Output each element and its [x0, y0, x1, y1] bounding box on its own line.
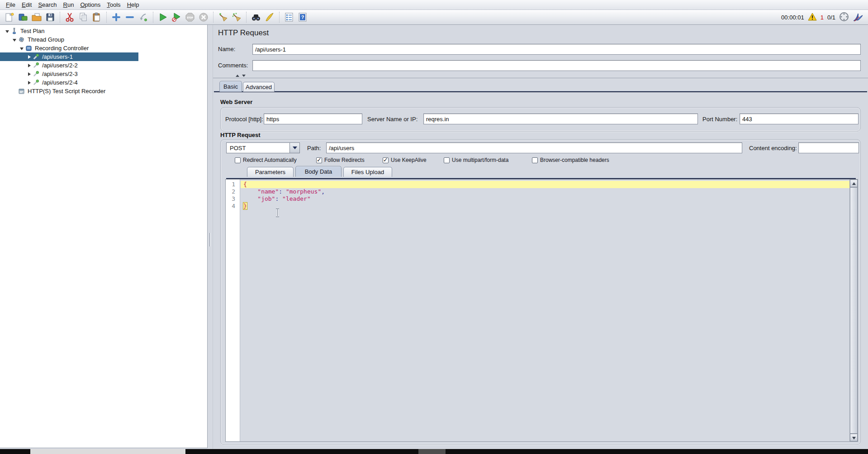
tab-parameters[interactable]: Parameters [247, 167, 294, 177]
basic-advanced-tabs: Basic Advanced [213, 81, 868, 92]
port-number-label: Port Number: [702, 116, 737, 123]
collapse-arrow-icon[interactable] [236, 75, 239, 77]
expand-toggle-icon[interactable] [26, 54, 33, 60]
checkbox-follow-redirects[interactable]: Follow Redirects [316, 157, 365, 163]
cut-icon[interactable] [63, 11, 76, 24]
tab-advanced[interactable]: Advanced [243, 82, 275, 92]
tree-item-api-users-2-2[interactable]: /api/users/2-2 [0, 61, 207, 70]
code-line: } [241, 203, 849, 210]
warning-indicator-icon[interactable] [808, 13, 817, 22]
body-data-editor[interactable]: 1 2 3 4 { "name": "morpheus", "job": "le… [225, 179, 858, 442]
tree-item-test-plan[interactable]: Test Plan [0, 27, 207, 35]
tree-item-api-users-2-4[interactable]: /api/users/2-4 [0, 78, 207, 87]
taskbar-edge [0, 449, 868, 454]
help-icon[interactable]: ? [296, 11, 309, 24]
recording-controller-icon [25, 45, 33, 52]
content-encoding-label: Content encoding: [749, 145, 797, 151]
protocol-label: Protocol [http]: [225, 116, 263, 123]
comments-input[interactable] [252, 60, 861, 71]
svg-text:STOP: STOP [187, 16, 193, 19]
tab-body-data[interactable]: Body Data [295, 166, 342, 177]
checkbox-redirect-automatically[interactable]: Redirect Automatically [235, 157, 297, 163]
tree-main-splitter[interactable] [208, 25, 213, 449]
expand-toggle-icon[interactable] [5, 28, 11, 34]
menu-file[interactable]: File [3, 0, 19, 9]
toggle-icon[interactable] [137, 11, 150, 24]
search-icon[interactable] [249, 11, 263, 24]
menu-tools[interactable]: Tools [104, 0, 123, 9]
threads-indicator-icon [839, 12, 849, 23]
mouse-ibeam-cursor [275, 208, 280, 216]
expand-toggle-icon[interactable] [12, 37, 18, 43]
stop-icon: STOP [183, 11, 197, 24]
checkbox-icon[interactable] [235, 157, 241, 163]
open-templates-icon[interactable] [16, 11, 30, 24]
splitter-grip[interactable] [209, 233, 211, 246]
protocol-input[interactable] [264, 114, 362, 124]
checkbox-browser-compatible-headers[interactable]: Browser-compatible headers [532, 157, 609, 163]
scroll-up-icon[interactable] [850, 180, 858, 187]
open-file-icon[interactable] [30, 11, 43, 24]
dropdown-arrow-icon[interactable] [289, 143, 299, 153]
tree-item-recording-controller[interactable]: Recording Controller [0, 44, 207, 52]
expand-arrow-icon[interactable] [242, 75, 246, 77]
http-sampler-icon [33, 53, 40, 61]
checkbox-multipart-form-data[interactable]: Use multipart/form-data [444, 157, 508, 163]
expand-toggle-icon[interactable] [19, 45, 25, 52]
scrollbar-thumb[interactable] [850, 187, 858, 434]
tree-item-thread-group[interactable]: Thread Group [0, 35, 207, 44]
http-sampler-icon [33, 62, 40, 69]
server-name-input[interactable] [423, 114, 698, 124]
expand-all-icon[interactable] [109, 11, 123, 24]
tab-files-upload[interactable]: Files Upload [343, 167, 392, 177]
checkbox-icon[interactable] [444, 157, 450, 163]
expand-toggle-icon[interactable] [26, 62, 33, 69]
taskbar-segment [418, 449, 446, 454]
clear-all-icon[interactable] [230, 11, 243, 24]
toolbar: STOP ? 00:00:01 1 0/1 [0, 10, 868, 25]
code-line: "name": "morpheus", [241, 188, 849, 195]
tab-border [226, 178, 856, 179]
port-number-input[interactable] [740, 114, 859, 124]
warning-count: 1 [821, 14, 824, 21]
start-no-timers-icon[interactable] [170, 11, 183, 24]
test-plan-tree: Test Plan Thread Group Recording Control… [0, 25, 208, 448]
new-file-icon[interactable] [3, 11, 16, 24]
shutdown-icon [197, 11, 210, 24]
svg-text:?: ? [301, 14, 304, 20]
clear-icon[interactable] [216, 11, 230, 24]
path-input[interactable] [326, 142, 742, 153]
expand-toggle-icon[interactable] [26, 80, 33, 86]
scroll-down-icon[interactable] [850, 434, 858, 441]
collapse-all-icon[interactable] [123, 11, 137, 24]
name-input[interactable] [252, 44, 861, 55]
active-threads-count: 0/1 [827, 14, 835, 21]
copy-icon[interactable] [76, 11, 90, 24]
editor-vertical-scrollbar[interactable] [849, 180, 858, 441]
reset-search-icon[interactable] [263, 11, 276, 24]
menu-run[interactable]: Run [60, 0, 77, 9]
content-encoding-input[interactable] [798, 142, 859, 153]
paste-icon[interactable] [90, 11, 104, 24]
tree-item-api-users-2-3[interactable]: /api/users/2-3 [0, 70, 207, 78]
menu-search[interactable]: Search [35, 0, 60, 9]
options-checkbox-row: Redirect Automatically Follow Redirects … [221, 157, 860, 164]
tab-basic[interactable]: Basic [219, 81, 242, 92]
checkbox-icon[interactable] [383, 157, 389, 163]
tree-item-http-test-script-recorder[interactable]: HTTP(S) Test Script Recorder [0, 87, 207, 95]
method-select[interactable]: POST [226, 142, 300, 153]
save-icon[interactable] [43, 11, 57, 24]
checkbox-icon[interactable] [316, 157, 322, 163]
function-helper-icon[interactable] [282, 11, 296, 24]
menu-options[interactable]: Options [77, 0, 104, 9]
tree-item-api-users-1[interactable]: /api/users-1 [0, 52, 207, 61]
checkbox-icon[interactable] [532, 157, 538, 163]
code-line: "job": "leader" [241, 195, 849, 203]
menu-help[interactable]: Help [124, 0, 142, 9]
menu-edit[interactable]: Edit [19, 0, 35, 9]
start-icon[interactable] [156, 11, 170, 24]
checkbox-use-keepalive[interactable]: Use KeepAlive [383, 157, 427, 163]
method-value: POST [227, 145, 246, 151]
code-area[interactable]: { "name": "morpheus", "job": "leader" } [241, 180, 849, 441]
expand-toggle-icon[interactable] [26, 71, 33, 77]
